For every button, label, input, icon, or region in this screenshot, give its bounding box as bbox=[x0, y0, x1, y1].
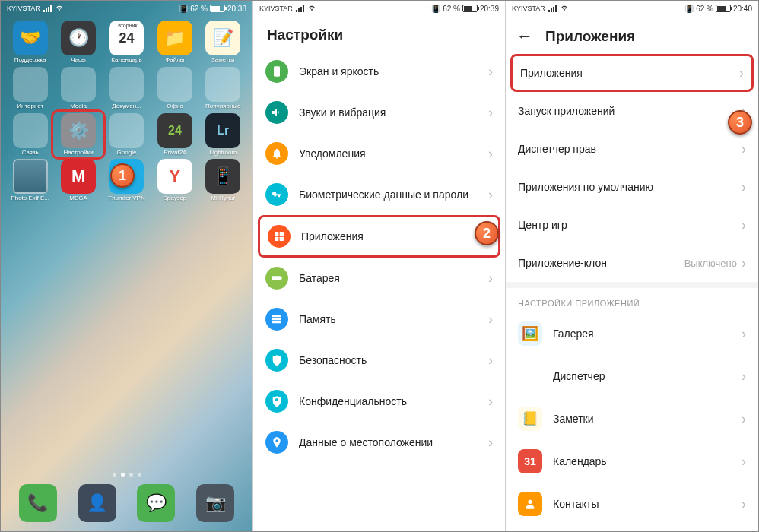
settings-list: Экран и яркость› Звуки и вибрация› Уведо… bbox=[253, 51, 505, 463]
app-notes[interactable]: 📝Заметки bbox=[200, 21, 246, 64]
wifi-icon bbox=[560, 5, 569, 12]
header: Настройки bbox=[253, 16, 505, 51]
back-button[interactable]: ← bbox=[516, 27, 533, 46]
app-lightroom[interactable]: LrLightroom bbox=[200, 113, 246, 157]
privacy-icon bbox=[265, 390, 288, 413]
app-support[interactable]: 🤝Поддержка bbox=[7, 21, 53, 64]
key-icon bbox=[265, 183, 288, 206]
row-game-center[interactable]: Центр игр› bbox=[506, 206, 758, 244]
folder-communication[interactable]: Связь bbox=[7, 113, 53, 157]
row-app-manager[interactable]: Диспетчер› bbox=[506, 355, 758, 397]
app-clock[interactable]: 🕐Часы bbox=[55, 21, 101, 64]
chevron-right-icon: › bbox=[488, 394, 493, 410]
page-title: Приложения bbox=[545, 28, 635, 45]
row-default-apps[interactable]: Приложения по умолчанию› bbox=[506, 168, 758, 206]
page-indicator bbox=[1, 473, 252, 477]
clock: 20:38 bbox=[227, 5, 246, 13]
battery-percent: 62 % bbox=[190, 5, 208, 13]
folder-media[interactable]: Media bbox=[55, 67, 101, 110]
location-icon bbox=[265, 431, 288, 454]
svg-rect-2 bbox=[280, 232, 284, 236]
dock-messages[interactable]: 💬 bbox=[137, 484, 175, 522]
row-display[interactable]: Экран и яркость› bbox=[253, 51, 505, 92]
row-location[interactable]: Данные о местоположении› bbox=[253, 422, 505, 463]
signal-icon bbox=[43, 5, 52, 12]
svg-rect-4 bbox=[280, 237, 284, 241]
clock: 20:39 bbox=[480, 5, 499, 13]
section-divider bbox=[506, 282, 758, 288]
row-app-calendar[interactable]: 31Календарь› bbox=[506, 440, 758, 483]
chevron-right-icon: › bbox=[742, 496, 746, 512]
row-privacy[interactable]: Конфиденциальность› bbox=[253, 381, 505, 422]
app-browser[interactable]: YБраузер bbox=[151, 159, 198, 202]
folder-google[interactable]: Google bbox=[103, 113, 150, 157]
svg-rect-9 bbox=[272, 321, 281, 324]
app-calendar[interactable]: вторник24Календарь bbox=[103, 21, 150, 64]
svg-rect-3 bbox=[275, 237, 278, 241]
battery-icon bbox=[210, 5, 225, 12]
row-app-clone[interactable]: Приложение-клонВыключено› bbox=[506, 244, 758, 282]
svg-rect-7 bbox=[272, 315, 281, 318]
row-app-contacts[interactable]: Контакты› bbox=[506, 483, 758, 525]
shield-icon bbox=[265, 349, 288, 372]
apps-settings-list: Приложения› Запуск приложений› Диспетчер… bbox=[506, 54, 758, 525]
contacts-icon bbox=[518, 492, 542, 516]
row-battery[interactable]: Батарея› bbox=[253, 258, 505, 299]
clock: 20:40 bbox=[733, 5, 752, 13]
battery-icon bbox=[462, 5, 478, 12]
folder-internet[interactable]: Интернет bbox=[7, 67, 53, 110]
chevron-right-icon: › bbox=[742, 141, 746, 157]
chevron-right-icon: › bbox=[488, 353, 493, 369]
battery-icon bbox=[716, 5, 731, 12]
status-bar: KYIVSTAR 📳 62 % 20:40 bbox=[506, 1, 758, 16]
chevron-right-icon: › bbox=[488, 64, 493, 80]
row-security[interactable]: Безопасность› bbox=[253, 340, 505, 381]
vibrate-icon: 📳 bbox=[431, 5, 440, 13]
status-bar: KYIVSTAR 📳 62 % 20:38 bbox=[1, 1, 252, 16]
folder-popular[interactable]: Популярные bbox=[200, 67, 246, 110]
app-mi-remote[interactable]: 📱Mi Пульт bbox=[200, 159, 246, 202]
widget-photo-exif[interactable]: Photo Exif E... bbox=[7, 159, 53, 202]
chevron-right-icon: › bbox=[488, 271, 493, 287]
folder-office[interactable]: Офис bbox=[151, 67, 198, 110]
page-title: Настройки bbox=[267, 27, 491, 43]
step-badge-3: 3 bbox=[728, 110, 752, 135]
bell-icon bbox=[265, 142, 288, 165]
display-icon bbox=[265, 60, 288, 83]
wifi-icon bbox=[307, 5, 316, 12]
app-privat24[interactable]: 24Privat24 bbox=[151, 113, 198, 157]
dock: 📞 👤 💬 📷 bbox=[1, 484, 252, 522]
notes-icon: 📒 bbox=[518, 407, 542, 431]
app-files[interactable]: 📁Файлы bbox=[151, 21, 198, 64]
battery-icon bbox=[265, 267, 288, 290]
row-app-gallery[interactable]: 🖼️Галерея› bbox=[506, 312, 758, 355]
chevron-right-icon: › bbox=[742, 411, 746, 427]
phone-settings-main: KYIVSTAR 📳 62 % 20:39 Настройки Экран и … bbox=[253, 1, 506, 531]
status-bar: KYIVSTAR 📳 62 % 20:39 bbox=[253, 1, 505, 16]
dock-camera[interactable]: 📷 bbox=[196, 484, 234, 522]
row-storage[interactable]: Память› bbox=[253, 299, 505, 340]
row-sound[interactable]: Звуки и вибрация› bbox=[253, 92, 505, 133]
chevron-right-icon: › bbox=[742, 326, 746, 342]
app-settings[interactable]: ⚙️Настройки bbox=[51, 109, 105, 160]
signal-icon bbox=[296, 5, 304, 12]
row-permissions[interactable]: Диспетчер прав› bbox=[506, 130, 758, 168]
svg-rect-0 bbox=[274, 66, 280, 76]
dock-phone[interactable]: 📞 bbox=[19, 484, 57, 522]
row-apps[interactable]: Приложения› bbox=[258, 215, 500, 258]
dock-contacts[interactable]: 👤 bbox=[78, 484, 116, 522]
phone-settings-apps: KYIVSTAR 📳 62 % 20:40 ← Приложения Прило… bbox=[506, 1, 758, 531]
row-applications[interactable]: Приложения› bbox=[510, 54, 754, 92]
chevron-right-icon: › bbox=[742, 217, 746, 233]
row-biometrics[interactable]: Биометрические данные и пароли› bbox=[253, 174, 505, 215]
calendar-icon: 31 bbox=[518, 449, 542, 473]
folder-documents[interactable]: Докумен... bbox=[103, 67, 150, 110]
vibrate-icon: 📳 bbox=[179, 5, 188, 13]
row-app-notes[interactable]: 📒Заметки› bbox=[506, 397, 758, 440]
row-notifications[interactable]: Уведомления› bbox=[253, 133, 505, 174]
phone-home-screen: KYIVSTAR 📳 62 % 20:38 🤝Поддержка 🕐Часы в… bbox=[1, 1, 253, 531]
step-badge-2: 2 bbox=[475, 221, 499, 245]
app-mega[interactable]: MMEGA bbox=[55, 159, 101, 202]
carrier-label: KYIVSTAR bbox=[512, 5, 545, 12]
row-app-launch[interactable]: Запуск приложений› bbox=[506, 92, 758, 130]
